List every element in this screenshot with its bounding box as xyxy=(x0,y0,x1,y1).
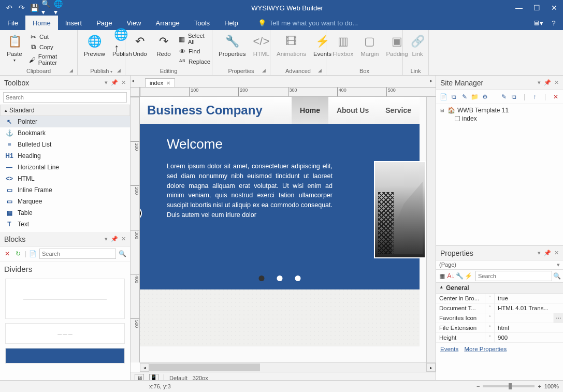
props-pin-icon[interactable]: 📌 xyxy=(544,250,551,256)
sm-dropdown-icon[interactable]: ▾ xyxy=(538,79,541,86)
sm-new-page-icon[interactable]: 📄 xyxy=(439,92,448,101)
animations-button[interactable]: 🎞Animations xyxy=(275,32,308,58)
minimize-button[interactable]: — xyxy=(510,0,528,16)
blocks-search-icon[interactable]: 🔍 xyxy=(118,249,127,259)
prop-wrench-icon[interactable]: 🔧 xyxy=(456,271,464,281)
toolbox-item-bookmark[interactable]: ⚓Bookmark xyxy=(0,127,130,139)
margin-button[interactable]: ▢Margin xyxy=(358,32,381,58)
sm-clone-page-icon[interactable]: ⧉ xyxy=(450,92,458,101)
preview-button[interactable]: 🌐Preview xyxy=(82,32,107,58)
undo-icon[interactable]: ↶ xyxy=(4,3,15,13)
properties-button[interactable]: 🔧Properties xyxy=(216,32,248,58)
tell-me-search[interactable]: 💡 Tell me what you want to do... xyxy=(258,19,358,27)
toolbox-item-marquee[interactable]: ▭Marquee xyxy=(0,196,130,207)
zoom-in-icon[interactable]: + xyxy=(538,383,541,389)
toolbox-item-inline-frame[interactable]: ▭Inline Frame xyxy=(0,184,130,196)
browse-button[interactable]: … xyxy=(554,313,563,323)
blocks-delete-icon[interactable]: ✕ xyxy=(3,249,12,259)
sm-props-icon[interactable]: ⚙ xyxy=(481,92,489,101)
globe-icon[interactable]: 🌐▾ xyxy=(54,3,64,13)
close-button[interactable]: ✕ xyxy=(545,0,563,16)
sm-rename-icon[interactable]: ✎ xyxy=(499,92,508,101)
tab-help[interactable]: Help xyxy=(217,16,246,30)
blocks-close-icon[interactable]: ✕ xyxy=(121,236,126,242)
tab-next-icon[interactable]: ▸ xyxy=(430,78,432,83)
cut-button[interactable]: ✂Cut xyxy=(28,32,73,41)
sm-copy-icon[interactable]: ⧉ xyxy=(510,92,518,101)
slider-dot-1[interactable] xyxy=(259,275,265,281)
slider-dot-3[interactable] xyxy=(295,275,301,281)
prop-categorized-icon[interactable]: ▦ xyxy=(438,271,446,281)
blocks-dropdown-icon[interactable]: ▾ xyxy=(105,236,108,242)
tab-arrange[interactable]: Arrange xyxy=(148,16,186,30)
prop-search-icon[interactable]: 🔍 xyxy=(553,271,561,281)
sm-edit-icon[interactable]: ✎ xyxy=(460,92,469,101)
tab-prev-icon[interactable]: ◂ xyxy=(132,78,134,83)
document-tab-index[interactable]: index✕ xyxy=(145,78,175,87)
copy-button[interactable]: ⧉Copy xyxy=(28,42,73,52)
blocks-add-icon[interactable]: 📄 xyxy=(28,249,37,259)
clipboard-launcher-icon[interactable]: ◢ xyxy=(69,68,73,73)
blocks-refresh-icon[interactable]: ↻ xyxy=(14,249,23,259)
toolbox-item-table[interactable]: ▦Table xyxy=(0,207,130,219)
toolbox-search-input[interactable] xyxy=(3,92,127,103)
properties-search-input[interactable] xyxy=(475,271,552,281)
display-settings-icon[interactable]: 🖥▾ xyxy=(533,18,543,28)
property-row[interactable]: Favorites Icon▫… xyxy=(436,313,563,323)
props-dropdown-icon[interactable]: ▾ xyxy=(538,250,541,256)
undo-button[interactable]: ↶Undo xyxy=(129,32,150,58)
prop-events-icon[interactable]: ⚡ xyxy=(465,271,472,281)
toolbox-pin-icon[interactable]: 📌 xyxy=(111,79,118,86)
properties-launcher-icon[interactable]: ◢ xyxy=(262,68,266,73)
tab-tools[interactable]: Tools xyxy=(187,16,217,30)
publish-launcher-icon[interactable]: ◢ xyxy=(117,68,121,73)
divider-block-3[interactable] xyxy=(5,348,125,364)
divider-block-1[interactable] xyxy=(5,279,125,319)
nav-about[interactable]: About Us xyxy=(328,97,377,124)
flexbox-button[interactable]: ▥Flexbox xyxy=(330,32,355,58)
property-row[interactable]: Height▫900 xyxy=(436,333,563,343)
toolbox-item-text[interactable]: TText xyxy=(0,219,130,230)
padding-button[interactable]: ▣Padding xyxy=(384,32,410,58)
blocks-search-input[interactable] xyxy=(39,249,116,259)
tree-page-index[interactable]: index xyxy=(440,114,559,123)
nav-service[interactable]: Service xyxy=(377,97,420,124)
property-row[interactable]: Document T...▫HTML 4.01 Trans... xyxy=(436,303,563,313)
vertical-scrollbar[interactable] xyxy=(426,97,436,362)
replace-button[interactable]: ᴬᴮReplace xyxy=(177,57,211,66)
slider-dot-2[interactable] xyxy=(277,275,283,281)
props-close-icon[interactable]: ✕ xyxy=(554,250,559,256)
tab-close-icon[interactable]: ✕ xyxy=(166,80,170,86)
toolbox-item-bulleted-list[interactable]: ≡Bulleted List xyxy=(0,139,130,150)
sm-delete-icon[interactable]: ✕ xyxy=(551,92,560,101)
sm-up-icon[interactable]: ↑ xyxy=(530,92,539,101)
horizontal-scrollbar[interactable]: ◂ ▸ xyxy=(140,362,436,372)
advanced-launcher-icon[interactable]: ◢ xyxy=(318,68,322,73)
link-button[interactable]: 🔗Link xyxy=(407,32,428,58)
property-selector[interactable]: (Page)▾ xyxy=(436,260,563,270)
toolbox-section-standard[interactable]: ▴Standard xyxy=(0,105,130,116)
zoom-icon[interactable]: 🔍▾ xyxy=(41,3,52,13)
find-button[interactable]: 👁Find xyxy=(177,47,211,56)
sm-close-icon[interactable]: ✕ xyxy=(554,79,559,86)
page-canvas[interactable]: Business Company Home About Us Service ‹… xyxy=(140,97,420,346)
prop-alpha-icon[interactable]: A↓ xyxy=(447,271,455,281)
tree-root[interactable]: ⊟🏠WWB Template 11 xyxy=(440,106,559,114)
page-checkbox[interactable] xyxy=(455,116,460,121)
zoom-slider[interactable] xyxy=(483,385,535,387)
toolbox-item-heading[interactable]: H1Heading xyxy=(0,150,130,162)
tab-file[interactable]: File xyxy=(0,16,25,30)
slider-prev-icon[interactable]: ‹ xyxy=(140,207,142,220)
more-properties-link[interactable]: More Properties xyxy=(464,346,507,352)
paste-button[interactable]: 📋Paste▾ xyxy=(4,32,25,64)
redo-button[interactable]: ↷Redo xyxy=(153,32,174,58)
nav-home[interactable]: Home xyxy=(292,97,328,124)
blocks-pin-icon[interactable]: 📌 xyxy=(111,236,118,242)
prop-category-general[interactable]: ▴General xyxy=(436,283,563,294)
zoom-out-icon[interactable]: − xyxy=(477,383,480,389)
maximize-button[interactable]: ☐ xyxy=(528,0,545,16)
events-link[interactable]: Events xyxy=(440,346,458,352)
tree-expand-icon[interactable]: ⊟ xyxy=(440,108,445,113)
property-row[interactable]: File Extension▫html xyxy=(436,323,563,333)
property-row[interactable]: Center in Bro...▫true xyxy=(436,294,563,303)
